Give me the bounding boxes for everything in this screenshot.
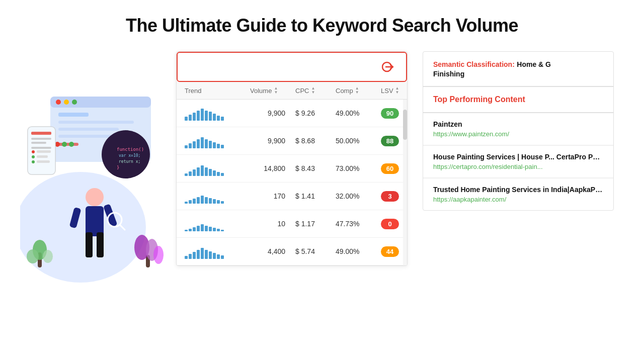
svg-rect-2 — [50, 97, 151, 108]
search-submit-icon[interactable] — [380, 58, 398, 76]
svg-point-26 — [102, 130, 150, 178]
trend-bar — [197, 226, 200, 231]
page-wrapper: The Ultimate Guide to Keyword Search Vol… — [0, 0, 644, 362]
svg-text:return x;: return x; — [119, 159, 140, 164]
trend-bar — [213, 253, 216, 259]
trend-bar — [197, 167, 200, 176]
svg-rect-15 — [28, 127, 55, 174]
trend-bars — [185, 133, 250, 148]
trend-bars — [185, 161, 250, 176]
search-bar[interactable] — [177, 52, 407, 82]
trend-bar — [185, 202, 188, 204]
trend-bar — [221, 230, 224, 231]
volume-cell: 10 — [250, 220, 295, 228]
svg-rect-25 — [37, 160, 50, 163]
trend-cell — [185, 244, 250, 259]
trend-bar — [205, 139, 208, 148]
trend-bar — [221, 145, 224, 148]
svg-point-44 — [134, 235, 149, 260]
trend-bars — [185, 244, 250, 259]
trend-bar — [189, 115, 192, 121]
lsv-badge: 0 — [381, 219, 399, 229]
volume-cell: 9,900 — [250, 137, 295, 145]
content-area: function() var x=10; return x; } — [0, 51, 644, 266]
content-item-title: House Painting Services | House P... Cer… — [433, 153, 603, 161]
svg-point-41 — [27, 249, 39, 263]
trend-bar — [205, 111, 208, 121]
trend-bar — [213, 228, 216, 231]
svg-point-3 — [56, 100, 61, 105]
comp-cell: 49.00% — [336, 109, 381, 117]
trend-cell — [185, 133, 250, 148]
comp-cell: 32.00% — [336, 192, 381, 200]
trend-bar — [185, 256, 188, 259]
semantic-value: Home & G — [517, 60, 551, 68]
trend-bar — [201, 137, 204, 148]
header-comp[interactable]: Comp ▲▼ — [336, 86, 381, 95]
trend-bar — [209, 112, 212, 121]
comp-cell: 47.73% — [336, 220, 381, 228]
page-title: The Ultimate Guide to Keyword Search Vol… — [126, 15, 518, 36]
header-lsv[interactable]: LSV ▲▼ — [381, 86, 408, 95]
trend-cell — [185, 189, 250, 204]
header-cpc[interactable]: CPC ▲▼ — [295, 86, 336, 95]
content-item-url[interactable]: https://aapkapainter.com/ — [433, 196, 603, 203]
trend-bar — [193, 169, 196, 176]
svg-point-12 — [62, 142, 67, 147]
scrollbar-track[interactable] — [403, 100, 407, 265]
svg-point-20 — [32, 150, 35, 153]
svg-rect-14 — [28, 127, 55, 174]
content-item-url[interactable]: https://certapro.com/residential-pain... — [433, 163, 603, 170]
svg-rect-33 — [86, 232, 93, 257]
svg-rect-36 — [103, 204, 118, 227]
svg-rect-19 — [31, 147, 51, 149]
svg-rect-34 — [97, 232, 104, 257]
trend-bar — [217, 144, 220, 148]
trend-bar — [201, 109, 204, 121]
trend-bar — [221, 255, 224, 259]
svg-point-4 — [64, 100, 69, 105]
content-item: Paintzen https://www.paintzen.com/ — [423, 113, 613, 145]
trend-bar — [213, 199, 216, 204]
trend-bar — [217, 200, 220, 204]
svg-rect-39 — [38, 252, 42, 267]
content-item-url[interactable]: https://www.paintzen.com/ — [433, 130, 603, 138]
sort-arrows-volume: ▲▼ — [274, 86, 278, 95]
trend-bar — [193, 113, 196, 121]
trend-cell — [185, 216, 250, 231]
svg-rect-18 — [31, 142, 46, 144]
lsv-badge: 44 — [381, 246, 399, 257]
trend-bar — [193, 227, 196, 231]
trend-bar — [193, 252, 196, 259]
trend-bar — [185, 117, 188, 121]
trend-bars — [185, 216, 250, 231]
content-item: Trusted Home Painting Services in India|… — [423, 178, 613, 210]
svg-text:var x=10;: var x=10; — [119, 153, 140, 158]
trend-bar — [213, 170, 216, 176]
scrollbar-thumb[interactable] — [403, 110, 407, 140]
trend-bar — [205, 226, 208, 231]
volume-cell: 170 — [250, 192, 295, 200]
trend-bar — [221, 201, 224, 204]
table-row: 9,900 $ 9.26 49.00% 90 — [177, 100, 407, 127]
search-input-field[interactable] — [186, 63, 380, 71]
trend-bar — [221, 173, 224, 176]
comp-cell: 73.00% — [336, 164, 381, 172]
search-input[interactable] — [186, 62, 380, 71]
svg-text:}: } — [117, 165, 119, 170]
trend-bar — [197, 197, 200, 204]
trend-bar — [213, 114, 216, 121]
comp-cell: 50.00% — [336, 137, 381, 145]
semantic-label: Semantic Classification: — [433, 60, 515, 68]
svg-rect-35 — [69, 207, 82, 228]
header-volume[interactable]: Volume ▲▼ — [250, 86, 295, 95]
svg-point-37 — [108, 213, 122, 227]
left-section: function() var x=10; return x; } — [30, 51, 408, 266]
trend-bar — [193, 141, 196, 148]
top-performing-title: Top Performing Content — [433, 95, 603, 104]
trend-bar — [201, 224, 204, 231]
trend-bar — [221, 117, 224, 121]
content-item-title: Paintzen — [433, 120, 603, 128]
trend-bar — [209, 169, 212, 176]
svg-rect-6 — [58, 113, 89, 117]
